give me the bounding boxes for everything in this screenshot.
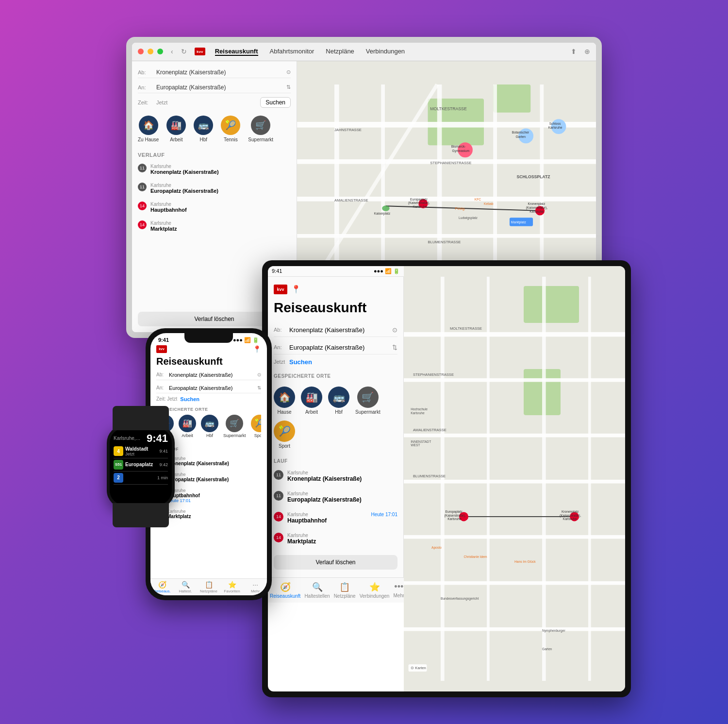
mac-history-4[interactable]: 14 Karlsruhe Marktplatz — [138, 219, 291, 234]
svg-text:Aposto: Aposto — [431, 546, 442, 550]
svg-text:KFC: KFC — [475, 197, 481, 201]
ipad-hist1[interactable]: 11 Karlsruhe Kronenplatz (Kaiserstraße) — [274, 468, 397, 485]
ipad-tab-verbindungen[interactable]: ⭐ Verbindungen — [358, 578, 392, 603]
iphone-saved-label: GESPEICHERTE ORTE — [156, 407, 261, 412]
ipad-place-hbf[interactable]: 🚌 Hbf — [328, 387, 349, 415]
ipad: 9:41 ●●● 📶 🔋 kvv 📍 Reiseauskunft Ab: Kro… — [262, 260, 631, 697]
mac-refresh-icon[interactable]: ↻ — [181, 48, 187, 55]
iphone-tab-haltestellen[interactable]: 🔍 Haltest. — [174, 581, 197, 593]
svg-rect-50 — [404, 378, 625, 382]
mac-place-tennis[interactable]: 🎾 Tennis — [221, 116, 240, 142]
ipad-hist4-num: 14 — [274, 533, 283, 542]
iphone-sport-icon: 🎾 — [251, 415, 261, 432]
iphone-place-hbf[interactable]: 🚌 Hbf — [201, 415, 218, 443]
ipad-swap-icon[interactable]: ⇅ — [392, 344, 397, 351]
svg-rect-55 — [404, 627, 625, 631]
svg-text:Karlsruhe: Karlsruhe — [413, 205, 427, 208]
mac-close-btn[interactable] — [138, 49, 144, 54]
iphone-tab-netzplaene[interactable]: 📋 Netzpläne — [197, 581, 220, 593]
ipad-from-value[interactable]: Kronenplatz (Kaiserstraße) — [289, 326, 388, 334]
iphone-tab-reiseauskunft[interactable]: 🧭 Reiseaus. — [150, 581, 174, 593]
ipad-tab-label-4: Mehr — [393, 593, 404, 598]
ipad-to-value[interactable]: Europaplatz (Kaiserstraße) — [289, 344, 388, 351]
iphone-tab-mehr[interactable]: ··· Mehr — [244, 581, 267, 593]
mac-tab-abfahrtsmonitor[interactable]: Abfahrtsmonitor — [270, 48, 314, 56]
ipad-hist3-time: Heute 17:01 — [371, 512, 398, 517]
svg-rect-59 — [588, 276, 591, 680]
iphone-work-icon: 🏭 — [179, 415, 196, 432]
mac-hbf-icon: 🚌 — [194, 116, 213, 135]
mac-place-work[interactable]: 🏭 Arbeit — [166, 116, 186, 142]
ipad-hbf-icon: 🚌 — [328, 387, 349, 408]
watch-band-top — [113, 406, 169, 430]
ipad-place-sport[interactable]: 🎾 Sport — [274, 421, 295, 449]
mac-hist3-text: Karlsruhe Hauptbahnhof — [150, 202, 187, 213]
mac-swap-icon[interactable]: ⇅ — [286, 84, 291, 90]
ipad-hist4[interactable]: 14 Karlsruhe Marktplatz — [274, 530, 397, 547]
iphone-nav-icon[interactable]: 📍 — [253, 345, 261, 353]
ipad-sport-label: Sport — [279, 443, 290, 449]
mac-zoom-icon[interactable]: ⊕ — [584, 48, 590, 55]
svg-text:AMALIENSTRASSE: AMALIENSTRASSE — [334, 198, 368, 202]
ipad-home-icon: 🏠 — [274, 387, 295, 408]
iphone-tab-favoriten[interactable]: ⭐ Favoriten — [220, 581, 244, 593]
ipad-to-label: An: — [274, 344, 285, 350]
mac-maximize-btn[interactable] — [157, 49, 163, 54]
iphone-signal: ●●● 📶 🔋 — [233, 337, 259, 343]
ipad-tab-haltestellen[interactable]: 🔍 Haltestellen — [302, 578, 331, 603]
ipad-place-home[interactable]: 🏠 Hause — [274, 387, 295, 415]
mac-minimize-btn[interactable] — [148, 49, 153, 54]
iphone-swap-icon[interactable]: ⇅ — [257, 385, 261, 390]
watch-item-1[interactable]: 4 Waldstadt Jetzt 9:41 — [114, 445, 168, 458]
ipad-place-supermarkt[interactable]: 🛒 Supermarkt — [355, 387, 381, 415]
mac-history-3[interactable]: 14 Karlsruhe Hauptbahnhof — [138, 200, 291, 215]
svg-text:Bundesverfassungsgericht: Bundesverfassungsgericht — [441, 596, 479, 600]
ipad-tab-netzplaene[interactable]: 📋 Netzpläne — [332, 578, 358, 603]
svg-text:Gymnasium: Gymnasium — [452, 149, 470, 152]
watch-item-3-time: 1 min — [157, 475, 168, 480]
mac-tab-netzplaene[interactable]: Netzpläne — [326, 48, 354, 56]
ipad-saved-label: GESPEICHERTE ORTE — [274, 373, 397, 379]
watch-item-2[interactable]: S51 Europaplatz 9:42 — [114, 458, 168, 471]
ipad-search-link[interactable]: Suchen — [289, 358, 312, 366]
iphone-tab-icon-3: ⭐ — [228, 581, 236, 589]
iphone-time-row: Zeit: Jetzt Suchen — [156, 396, 261, 402]
watch-item-3[interactable]: 2 1 min — [114, 471, 168, 485]
mac-from-value[interactable]: Kronenplatz (Kaiserstraße) — [156, 69, 282, 76]
ipad-clear-button[interactable]: Verlauf löschen — [274, 555, 397, 570]
iphone-tab-icon-4: ··· — [252, 581, 258, 589]
mac-place-shop[interactable]: 🛒 Supermarkt — [248, 116, 273, 142]
mac-tab-verbindungen[interactable]: Verbindungen — [366, 48, 405, 56]
mac-tab-reiseauskunft[interactable]: Reiseauskunft — [215, 48, 258, 56]
iphone-hist4[interactable]: 14 Karlsruhe Marktplatz — [156, 507, 261, 521]
ipad-nav-icon[interactable]: 📍 — [291, 285, 301, 294]
watch-badge-1: 4 — [114, 446, 123, 456]
iphone-place-sport[interactable]: 🎾 Sport — [251, 415, 261, 443]
ipad-hist2[interactable]: 11 Karlsruhe Europaplatz (Kaiserstraße) — [274, 488, 397, 505]
svg-text:Kaiserplatz: Kaiserplatz — [374, 211, 391, 215]
ipad-tab-label-2: Netzpläne — [334, 593, 356, 599]
mac-to-value[interactable]: Europaplatz (Kaiserstraße) — [156, 84, 282, 91]
ipad-tab-icon-0: 🧭 — [280, 582, 291, 592]
iphone-place-work[interactable]: 🏭 Arbeit — [179, 415, 196, 443]
ipad-hist1-num: 11 — [274, 470, 283, 480]
mac-place-hbf[interactable]: 🚌 Hbf — [194, 116, 213, 142]
svg-text:Karlsruhe: Karlsruhe — [529, 209, 544, 213]
mac-history-1[interactable]: 11 Karlsruhe Kronenplatz (Kaiserstraße) — [138, 162, 291, 177]
ipad-place-work[interactable]: 🏭 Arbeit — [301, 387, 322, 415]
iphone-from-value[interactable]: Kronenplatz (Kaiserstraße) — [169, 372, 254, 378]
mac-share-icon[interactable]: ⬆ — [571, 48, 577, 55]
ipad-tab-reiseauskunft[interactable]: 🧭 Reiseauskunft — [268, 578, 302, 603]
mac-back-icon[interactable]: ‹ — [171, 48, 173, 55]
iphone-place-shop[interactable]: 🛒 Supermarkt — [223, 415, 246, 443]
mac-place-home[interactable]: 🏠 Zu Hause — [138, 116, 159, 142]
mac-history-2[interactable]: 11 Karlsruhe Europaplatz (Kaiserstraße) — [138, 181, 291, 196]
iphone-search-link[interactable]: Suchen — [180, 396, 199, 402]
ipad-tab-icon-3: ⭐ — [369, 582, 380, 592]
ipad-hist3[interactable]: 14 Karlsruhe Hauptbahnhof Heute 17:01 — [274, 509, 397, 526]
iphone-to-value[interactable]: Europaplatz (Kaiserstraße) — [169, 385, 254, 391]
iphone-notch — [184, 333, 233, 343]
iphone-hist4-text: Karlsruhe Marktplatz — [167, 509, 261, 519]
mac-search-button[interactable]: Suchen — [260, 97, 291, 108]
svg-text:Bismarck-: Bismarck- — [451, 144, 466, 148]
